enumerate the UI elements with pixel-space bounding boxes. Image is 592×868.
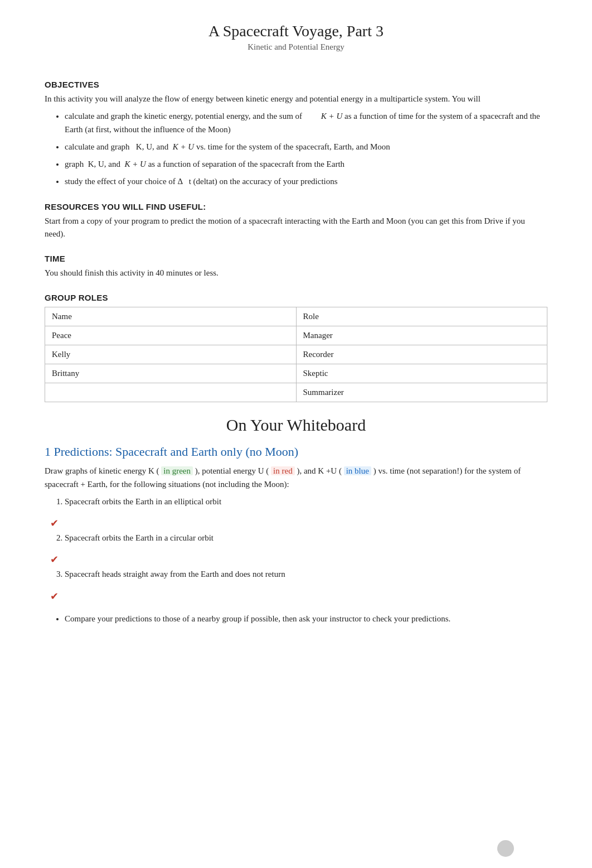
- resources-heading: RESOURCES YOU WILL FIND USEFUL:: [45, 202, 547, 211]
- objectives-list: calculate and graph the kinetic energy, …: [65, 110, 547, 188]
- table-cell: Recorder: [296, 345, 547, 364]
- table-cell: [45, 383, 297, 402]
- predictions-list-3: Spacecraft heads straight away from the …: [65, 568, 547, 581]
- table-header-name: Name: [45, 307, 297, 326]
- time-heading: TIME: [45, 254, 547, 263]
- table-row: Kelly Recorder: [45, 345, 547, 364]
- predictions-intro: Draw graphs of kinetic energy K ( in gre…: [45, 465, 547, 491]
- predictions-heading: 1 Predictions: Spacecraft and Earth only…: [45, 445, 547, 459]
- table-cell: Skeptic: [296, 364, 547, 383]
- list-item: Spacecraft orbits the Earth in a circula…: [65, 532, 547, 544]
- intro-before-green: Draw graphs of kinetic energy K (: [45, 466, 159, 475]
- whiteboard-title: On Your Whiteboard: [45, 416, 547, 435]
- table-row: Brittany Skeptic: [45, 364, 547, 383]
- list-item: calculate and graph the kinetic energy, …: [65, 110, 547, 136]
- list-item: Spacecraft orbits the Earth in an ellipt…: [65, 495, 547, 508]
- objectives-section: OBJECTIVES In this activity you will ana…: [45, 80, 547, 189]
- table-cell: Manager: [296, 326, 547, 345]
- in-green-label: in green: [161, 466, 193, 475]
- objectives-heading: OBJECTIVES: [45, 80, 547, 89]
- predictions-list-2: Spacecraft orbits the Earth in a circula…: [65, 532, 547, 544]
- list-item: graph K, U, and K + U as a function of s…: [65, 158, 547, 171]
- group-roles-section: GROUP ROLES Name Role Peace Manager Kell…: [45, 293, 547, 402]
- whiteboard-section: On Your Whiteboard 1 Predictions: Spacec…: [45, 416, 547, 625]
- checkmark-3: ✔: [50, 590, 547, 602]
- time-section: TIME You should finish this activity in …: [45, 254, 547, 279]
- group-roles-heading: GROUP ROLES: [45, 293, 547, 302]
- list-item: Compare your predictions to those of a n…: [65, 613, 547, 625]
- resources-section: RESOURCES YOU WILL FIND USEFUL: Start fr…: [45, 202, 547, 241]
- compare-list: Compare your predictions to those of a n…: [65, 613, 547, 625]
- table-row: Name Role: [45, 307, 547, 326]
- table-cell: Brittany: [45, 364, 297, 383]
- objectives-intro: In this activity you will analyze the fl…: [45, 93, 547, 105]
- checkmark-1: ✔: [50, 517, 547, 529]
- page-subtitle: Kinetic and Potential Energy: [45, 42, 547, 52]
- table-row: Summarizer: [45, 383, 547, 402]
- list-item: study the effect of your choice of Δ t (…: [65, 175, 547, 188]
- list-item: Spacecraft heads straight away from the …: [65, 568, 547, 581]
- checkmark-2: ✔: [50, 553, 547, 566]
- page-title: A Spacecraft Voyage, Part 3: [45, 22, 547, 40]
- time-text: You should finish this activity in 40 mi…: [45, 267, 547, 279]
- table-header-role: Role: [296, 307, 547, 326]
- bottom-circle-decoration: [497, 840, 514, 857]
- list-item: calculate and graph K, U, and K + U vs. …: [65, 141, 547, 153]
- table-cell: Peace: [45, 326, 297, 345]
- table-cell: Summarizer: [296, 383, 547, 402]
- group-roles-table: Name Role Peace Manager Kelly Recorder B…: [45, 307, 547, 402]
- in-blue-label: in blue: [344, 466, 371, 475]
- middle1-text: ), potential energy U (: [195, 466, 269, 475]
- resources-text: Start from a copy of your program to pre…: [45, 215, 547, 241]
- middle2-text: ), and K +U (: [297, 466, 342, 475]
- predictions-list: Spacecraft orbits the Earth in an ellipt…: [65, 495, 547, 508]
- table-cell: Kelly: [45, 345, 297, 364]
- table-row: Peace Manager: [45, 326, 547, 345]
- in-red-label: in red: [271, 466, 295, 475]
